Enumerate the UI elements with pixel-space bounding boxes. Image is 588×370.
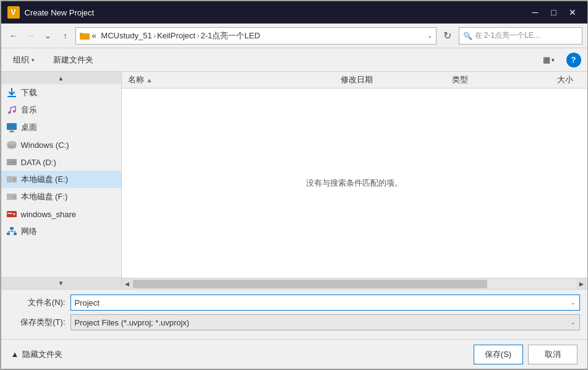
main-content: ▲ 下载: [1, 72, 587, 289]
filetype-value: Project Files (*.uvproj; *.uvprojx): [75, 318, 190, 327]
drive-f-icon: [6, 191, 17, 202]
svg-point-16: [13, 179, 15, 181]
sidebar-label-drive-e: 本地磁盘 (E:): [21, 174, 69, 185]
breadcrumb-part-1[interactable]: MCUstudy_51: [101, 31, 151, 40]
sidebar-label-download: 下载: [21, 87, 37, 98]
breadcrumb-dropdown[interactable]: ⌄: [427, 32, 432, 39]
file-area: 名称 ▲ 修改日期 类型 大小 没有与搜索条件匹配的项。 ◀: [122, 72, 587, 289]
title-bar: V Create New Project ─ □ ✕: [1, 1, 587, 24]
toggle-arrow-icon: ▲: [11, 350, 19, 359]
empty-message: 没有与搜索条件匹配的项。: [306, 178, 403, 189]
filename-input[interactable]: [75, 298, 571, 308]
filetype-field[interactable]: Project Files (*.uvproj; *.uvprojx) ⌄: [70, 314, 580, 330]
folder-icon: [80, 31, 90, 41]
app-icon: V: [7, 6, 20, 19]
up-button[interactable]: ↑: [58, 28, 73, 43]
sidebar-item-music[interactable]: 音乐: [1, 101, 121, 119]
col-type-header[interactable]: 类型: [450, 74, 530, 85]
svg-point-21: [13, 213, 15, 215]
cancel-button[interactable]: 取消: [528, 345, 577, 364]
hide-folders-toggle[interactable]: ▲ 隐藏文件夹: [11, 349, 63, 360]
sidebar-item-network[interactable]: 网络: [1, 223, 121, 240]
svg-point-19: [13, 196, 15, 198]
svg-rect-6: [10, 131, 14, 132]
organize-button[interactable]: 组织 ▾: [7, 51, 40, 69]
sidebar-scroll-up[interactable]: ▲: [1, 72, 121, 84]
horizontal-scrollbar[interactable]: ◀ ▶: [122, 278, 587, 289]
sidebar-scroll-area: 下载 音乐: [1, 84, 121, 277]
col-date-header[interactable]: 修改日期: [338, 74, 450, 85]
svg-rect-2: [7, 96, 16, 97]
download-icon: [6, 87, 17, 98]
filename-dropdown-arrow[interactable]: ⌄: [571, 299, 576, 306]
hide-folders-label: 隐藏文件夹: [22, 349, 62, 360]
col-name-header[interactable]: 名称 ▲: [122, 74, 338, 85]
breadcrumb[interactable]: « MCUstudy_51 › KeilProject › 2-1点亮一个LED…: [75, 27, 437, 45]
drive-e-icon: [6, 174, 17, 185]
music-icon: [6, 105, 17, 116]
network-icon: [6, 226, 17, 237]
sidebar-label-music: 音乐: [21, 105, 37, 116]
sidebar-label-drive-c: Windows (C:): [21, 140, 69, 150]
sidebar-item-drive-d[interactable]: DATA (D:): [1, 153, 121, 171]
scroll-track[interactable]: [133, 278, 576, 289]
sidebar-item-drive-c[interactable]: Windows (C:): [1, 136, 121, 153]
footer: ▲ 隐藏文件夹 保存(S) 取消: [1, 339, 587, 369]
sidebar-label-desktop: 桌面: [21, 122, 37, 133]
minimize-button[interactable]: ─: [527, 4, 544, 21]
footer-buttons: 保存(S) 取消: [474, 345, 577, 364]
breadcrumb-part-3[interactable]: 2-1点亮一个LED: [201, 30, 260, 41]
search-placeholder: 在 2-1点亮一个LE...: [475, 30, 540, 41]
desktop-icon: [6, 122, 17, 133]
dropdown-button[interactable]: ⌄: [41, 28, 56, 43]
scroll-thumb[interactable]: [133, 280, 488, 288]
sidebar-item-download[interactable]: 下载: [1, 84, 121, 101]
sidebar-item-drive-f[interactable]: 本地磁盘 (F:): [1, 188, 121, 205]
filetype-label: 保存类型(T):: [9, 317, 70, 328]
dialog-title: Create New Project: [25, 8, 527, 17]
search-box[interactable]: 🔍 在 2-1点亮一个LE...: [459, 27, 582, 45]
svg-rect-12: [7, 159, 17, 165]
sidebar-item-net-share[interactable]: windows_share: [1, 205, 121, 223]
sidebar-scroll-down[interactable]: ▼: [1, 277, 121, 289]
svg-rect-1: [80, 33, 83, 35]
sidebar-item-drive-e[interactable]: 本地磁盘 (E:): [1, 171, 121, 188]
svg-rect-22: [7, 213, 12, 214]
new-folder-button[interactable]: 新建文件夹: [48, 51, 99, 69]
svg-rect-15: [7, 176, 17, 183]
svg-rect-18: [7, 194, 17, 200]
scroll-right-button[interactable]: ▶: [576, 278, 587, 290]
maximize-button[interactable]: □: [545, 4, 563, 21]
svg-point-4: [13, 110, 15, 113]
svg-point-10: [7, 141, 16, 145]
network-share-icon: [6, 209, 17, 220]
col-size-header[interactable]: 大小: [530, 74, 579, 85]
sort-arrow: ▲: [147, 77, 153, 84]
filetype-row: 保存类型(T): Project Files (*.uvproj; *.uvpr…: [9, 314, 580, 330]
back-button[interactable]: ←: [6, 28, 21, 43]
view-button[interactable]: ▦ ▾: [539, 52, 559, 67]
breadcrumb-part-2[interactable]: KeilProject: [157, 31, 195, 40]
drive-c-icon: [6, 139, 17, 150]
close-button[interactable]: ✕: [564, 4, 581, 21]
save-button[interactable]: 保存(S): [474, 345, 523, 364]
sidebar-item-desktop[interactable]: 桌面: [1, 119, 121, 136]
svg-rect-25: [14, 233, 17, 235]
address-bar: ← → ⌄ ↑ « MCUstudy_51 › KeilProject › 2-…: [1, 24, 587, 48]
scroll-left-button[interactable]: ◀: [122, 278, 133, 290]
svg-rect-23: [10, 227, 14, 230]
filename-field[interactable]: ⌄: [70, 295, 580, 311]
dialog-window: V Create New Project ─ □ ✕ ← → ⌄ ↑ « MCU…: [1, 1, 588, 369]
breadcrumb-prefix: «: [92, 31, 96, 40]
forward-button[interactable]: →: [23, 28, 38, 43]
refresh-button[interactable]: ↻: [439, 27, 456, 45]
sidebar-label-net-share: windows_share: [21, 210, 77, 219]
drive-d-icon: [6, 157, 17, 168]
window-controls: ─ □ ✕: [527, 4, 581, 21]
file-column-headers: 名称 ▲ 修改日期 类型 大小: [122, 72, 587, 88]
svg-rect-5: [7, 123, 17, 130]
help-button[interactable]: ?: [566, 53, 581, 67]
filetype-dropdown-arrow[interactable]: ⌄: [571, 319, 576, 325]
sidebar: ▲ 下载: [1, 72, 122, 289]
svg-point-13: [13, 161, 15, 163]
